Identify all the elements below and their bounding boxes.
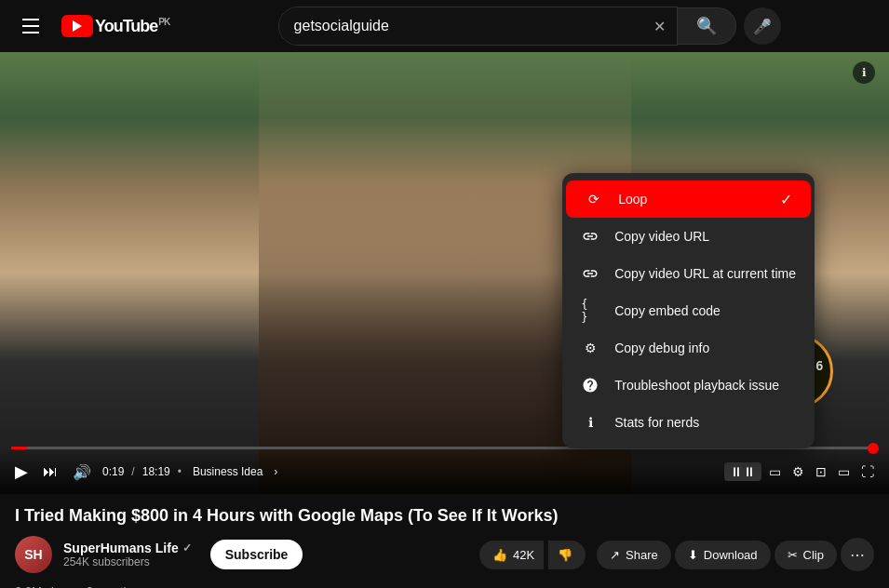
search-input-wrapper: ✕	[278, 7, 678, 46]
download-label: Download	[704, 548, 758, 562]
loop-icon: ⟳	[585, 190, 603, 208]
video-player[interactable]: ℹ ⟳ Loop ✓ Copy video URL Copy video URL…	[0, 52, 889, 494]
settings-button[interactable]: ⚙	[788, 461, 808, 483]
link-icon	[581, 227, 599, 246]
current-time: 0:19	[102, 465, 124, 478]
context-menu: ⟳ Loop ✓ Copy video URL Copy video URL a…	[562, 173, 815, 448]
channel-avatar[interactable]: SH	[15, 536, 52, 573]
stats-icon: ℹ	[581, 413, 599, 432]
video-title: I Tried Making $800 in 4 Hours with Goog…	[15, 505, 874, 527]
share-icon: ↗	[610, 548, 620, 562]
copy-embed-label: Copy embed code	[614, 303, 721, 318]
copy-url-time-label: Copy video URL at current time	[614, 266, 796, 281]
views-row: 3.2M views • 3 months ago	[0, 581, 889, 588]
loop-label: Loop	[618, 192, 647, 207]
clip-button[interactable]: ✂ Clip	[775, 541, 837, 569]
share-label: Share	[626, 548, 658, 562]
loop-check: ✓	[780, 191, 792, 208]
video-info-section: I Tried Making $800 in 4 Hours with Goog…	[0, 494, 889, 581]
share-button[interactable]: ↗ Share	[597, 541, 671, 569]
copy-url-label: Copy video URL	[614, 229, 709, 244]
troubleshoot-icon	[581, 376, 599, 394]
channel-name-text: SuperHumans Life	[63, 541, 179, 555]
download-icon: ⬇	[688, 548, 698, 562]
copy-debug-label: Copy debug info	[614, 341, 709, 355]
channel-subscribers: 254K subscribers	[63, 555, 192, 568]
search-clear-button[interactable]: ✕	[642, 7, 677, 45]
more-options-button[interactable]: ⋯	[841, 538, 874, 571]
menu-button[interactable]	[15, 11, 47, 41]
theater-button[interactable]: ▭	[834, 461, 854, 483]
logo-pk: PK	[158, 17, 169, 27]
total-time: 18:19	[142, 465, 170, 478]
clip-label: Clip	[803, 548, 824, 562]
debug-icon: ⚙	[581, 339, 599, 357]
menu-item-loop[interactable]: ⟳ Loop ✓	[566, 180, 811, 218]
subtitles-button[interactable]: ▭	[765, 461, 785, 483]
avatar-image: SH	[15, 536, 52, 573]
bullet-sep: •	[178, 465, 182, 478]
like-button[interactable]: 👍 42K	[479, 541, 544, 569]
troubleshoot-label: Troubleshoot playback issue	[614, 378, 779, 393]
link-time-icon	[581, 264, 599, 283]
time-separator: /	[131, 465, 134, 478]
action-buttons: 👍 42K 👎 ↗ Share ⬇ Download ✂ Clip ⋯	[479, 538, 874, 571]
youtube-logo[interactable]: YouTubePK	[61, 15, 169, 37]
download-button[interactable]: ⬇ Download	[675, 541, 771, 569]
dislike-button[interactable]: 👎	[548, 541, 586, 569]
search-button[interactable]: 🔍	[678, 7, 736, 45]
miniplayer-button[interactable]: ⊡	[812, 461, 830, 483]
controls-right: ⏸⏸ ▭ ⚙ ⊡ ▭ ⛶	[724, 461, 878, 483]
views-text: 3.2M views • 3 months ago	[15, 584, 160, 588]
video-controls: ▶ ⏭ 🔊 0:19 / 18:19 • Business Idea › ⏸⏸ …	[0, 449, 889, 494]
dislike-icon: 👎	[558, 548, 572, 562]
header-left: YouTubePK	[15, 11, 169, 41]
pause-miniplayer-button[interactable]: ⏸⏸	[724, 462, 761, 481]
next-button[interactable]: ⏭	[39, 460, 61, 484]
voice-search-button[interactable]: 🎤	[744, 7, 781, 45]
menu-item-troubleshoot[interactable]: Troubleshoot playback issue	[562, 367, 815, 404]
menu-item-copy-embed[interactable]: { } Copy embed code	[562, 292, 815, 329]
embed-icon: { }	[581, 301, 599, 320]
category-arrow[interactable]: ›	[274, 465, 277, 478]
video-meta-row: SH SuperHumans Life ✓ 254K subscribers S…	[15, 536, 874, 573]
menu-item-copy-debug[interactable]: ⚙ Copy debug info	[562, 329, 815, 367]
clip-icon: ✂	[788, 548, 798, 562]
like-icon: 👍	[492, 548, 507, 562]
menu-item-copy-url[interactable]: Copy video URL	[562, 218, 815, 255]
menu-item-stats[interactable]: ℹ Stats for nerds	[562, 404, 815, 441]
verified-icon: ✓	[182, 541, 192, 555]
like-count: 42K	[513, 548, 534, 562]
subscribe-button[interactable]: Subscribe	[210, 540, 303, 569]
menu-item-copy-url-time[interactable]: Copy video URL at current time	[562, 255, 815, 292]
yt-logo-icon	[61, 15, 93, 37]
search-input[interactable]	[279, 7, 642, 45]
category-label[interactable]: Business Idea	[193, 465, 263, 478]
fullscreen-button[interactable]: ⛶	[857, 461, 878, 483]
volume-button[interactable]: 🔊	[69, 460, 95, 485]
play-button[interactable]: ▶	[11, 458, 32, 486]
channel-name[interactable]: SuperHumans Life ✓	[63, 541, 192, 555]
search-bar: ✕ 🔍 🎤	[278, 7, 781, 46]
logo-text-main: YouTube	[95, 17, 157, 35]
channel-info: SuperHumans Life ✓ 254K subscribers	[63, 541, 192, 568]
yt-logo-text: YouTubePK	[95, 17, 169, 36]
stats-label: Stats for nerds	[614, 415, 699, 430]
video-info-button[interactable]: ℹ	[853, 61, 875, 84]
header: YouTubePK ✕ 🔍 🎤	[0, 0, 889, 52]
